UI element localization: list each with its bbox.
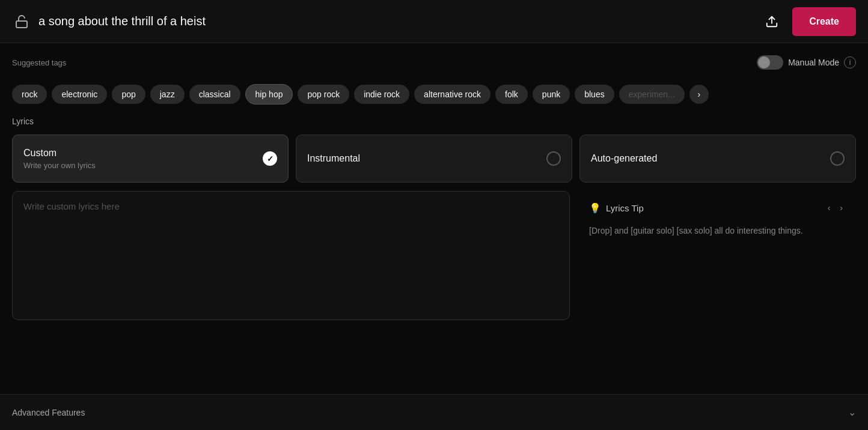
lyrics-option-custom-text: Custom Write your own lyrics (23, 148, 96, 170)
main-content: Suggested tags Manual Mode i rock electr… (0, 43, 868, 394)
lyrics-custom-title: Custom (23, 148, 96, 159)
radio-custom: ✓ (263, 151, 277, 166)
tags-next-button[interactable]: › (689, 85, 709, 104)
lyrics-options: Custom Write your own lyrics ✓ Instrumen… (12, 135, 856, 183)
tip-nav: ‹ › (824, 201, 846, 215)
tags-header-row: Suggested tags Manual Mode i (12, 55, 856, 77)
lyrics-option-instrumental[interactable]: Instrumental (296, 135, 572, 183)
lyrics-option-autogenerated[interactable]: Auto-generated (579, 135, 856, 183)
bulb-icon: 💡 (589, 202, 601, 214)
lyrics-tip-title: 💡 Lyrics Tip (589, 202, 644, 214)
tag-jazz[interactable]: jazz (150, 85, 185, 104)
toggle-track (757, 55, 783, 70)
advanced-features-toggle[interactable]: ⌄ (848, 407, 856, 418)
create-button[interactable]: Create (792, 7, 856, 36)
tip-next-button[interactable]: › (836, 201, 846, 215)
manual-mode-toggle[interactable] (757, 55, 783, 70)
header: Create (0, 0, 868, 43)
advanced-features: Advanced Features ⌄ (0, 394, 868, 430)
tag-experimental[interactable]: experimen... (619, 85, 685, 104)
upload-button[interactable] (761, 11, 783, 32)
toggle-thumb (758, 56, 770, 68)
radio-instrumental (546, 151, 561, 166)
lyrics-tip-container: 💡 Lyrics Tip ‹ › [Drop] and [guitar solo… (579, 191, 856, 394)
tags-section: Suggested tags Manual Mode i rock electr… (12, 55, 856, 104)
lyrics-tip-text: [Drop] and [guitar solo] [sax solo] all … (589, 225, 846, 237)
radio-autogenerated (830, 151, 845, 166)
lyrics-autogenerated-title: Auto-generated (591, 153, 657, 164)
lyrics-content-area: 💡 Lyrics Tip ‹ › [Drop] and [guitar solo… (12, 191, 856, 394)
header-right: Create (761, 7, 856, 36)
svg-rect-0 (16, 21, 27, 28)
lyrics-label: Lyrics (12, 117, 856, 126)
lyrics-instrumental-title: Instrumental (307, 153, 360, 164)
suggested-tags-label: Suggested tags (12, 58, 66, 67)
lyrics-textarea-container (12, 191, 570, 394)
tag-pop[interactable]: pop (112, 85, 145, 104)
upload-icon (765, 15, 778, 28)
info-icon[interactable]: i (844, 56, 856, 68)
tip-prev-button[interactable]: ‹ (824, 201, 834, 215)
header-left (12, 12, 279, 31)
tag-punk[interactable]: punk (533, 85, 570, 104)
lyrics-custom-subtitle: Write your own lyrics (23, 161, 96, 170)
tag-blues[interactable]: blues (575, 85, 614, 104)
tag-electronic[interactable]: electronic (52, 85, 107, 104)
tag-pop-rock[interactable]: pop rock (298, 85, 349, 104)
manual-mode-container: Manual Mode i (757, 55, 856, 70)
lock-icon (12, 12, 31, 31)
advanced-features-label: Advanced Features (12, 408, 85, 417)
tag-hip-hop[interactable]: hip hop (245, 84, 293, 104)
lyrics-section: Lyrics Custom Write your own lyrics ✓ (12, 117, 856, 394)
tag-rock[interactable]: rock (12, 85, 47, 104)
tag-alternative-rock[interactable]: alternative rock (414, 85, 491, 104)
lyrics-tip-header: 💡 Lyrics Tip ‹ › (589, 201, 846, 215)
lyrics-option-autogenerated-text: Auto-generated (591, 153, 657, 164)
lyrics-tip-title-text: Lyrics Tip (606, 203, 644, 213)
lyrics-textarea[interactable] (12, 191, 570, 320)
tag-classical[interactable]: classical (189, 85, 240, 104)
lyrics-option-instrumental-text: Instrumental (307, 153, 360, 164)
tag-indie-rock[interactable]: indie rock (354, 85, 409, 104)
manual-mode-label: Manual Mode (788, 58, 839, 67)
lyrics-option-custom[interactable]: Custom Write your own lyrics ✓ (12, 135, 289, 183)
tags-row: rock electronic pop jazz classical hip h… (12, 84, 856, 104)
tag-folk[interactable]: folk (495, 85, 528, 104)
page-container: Create Suggested tags Manual Mode i (0, 0, 868, 430)
song-title-input[interactable] (38, 14, 279, 28)
